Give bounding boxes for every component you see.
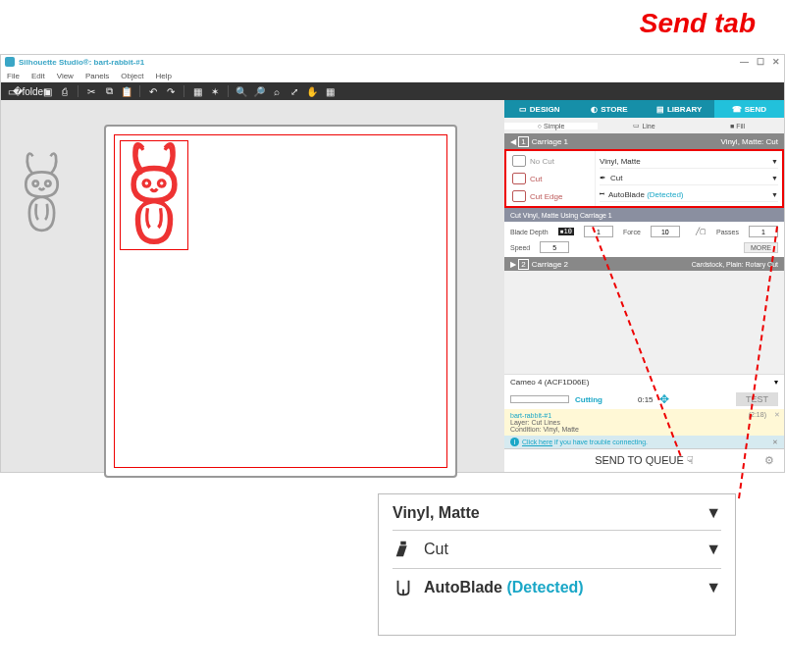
subtab-line[interactable]: ▭ Line — [598, 122, 691, 129]
app-window: Silhouette Studio®: bart-rabbit-#1 — ☐ ✕… — [0, 54, 785, 473]
gear-icon[interactable]: ⚙ — [764, 454, 774, 467]
pan-icon[interactable]: ✋ — [305, 84, 319, 98]
speed-input[interactable] — [540, 241, 569, 253]
blade-icon — [392, 577, 414, 598]
device-row: Cameo 4 (ACF1D06E) ▾ — [504, 374, 784, 389]
tab-design[interactable]: ▭ DESIGN — [504, 100, 574, 118]
passes-input[interactable] — [749, 226, 778, 237]
callout-material-dropdown[interactable]: Vinyl, Matte ▼ — [392, 504, 721, 531]
test-button[interactable]: TEST — [736, 392, 778, 406]
title-text: Silhouette Studio®: bart-rabbit-#1 — [19, 58, 144, 67]
blade-icon: ⎶ — [600, 190, 604, 199]
passes-label: Passes — [716, 229, 739, 235]
close-icon[interactable]: ✕ — [772, 439, 778, 446]
option-cut-edge[interactable]: Cut Edge — [512, 190, 589, 202]
toolbar: ▭ �folder ▣ ⎙ ✂ ⧉ 📋 ↶ ↷ ▦ ✶ 🔍 🔎 ⌕ ⤢ ✋ ▦ — [1, 82, 784, 100]
save-icon[interactable]: ▣ — [40, 84, 54, 98]
annotation-send-tab: Send tab — [640, 8, 756, 39]
help-row[interactable]: i Click here if you have trouble connect… — [504, 436, 784, 448]
zoom-fit-icon[interactable]: ⤢ — [288, 84, 301, 98]
chevron-down-icon: ▼ — [771, 191, 778, 198]
app-icon — [5, 57, 15, 67]
chevron-down-icon[interactable]: ▾ — [774, 378, 778, 387]
design-thumbnail[interactable] — [15, 149, 69, 237]
speed-label: Speed — [510, 244, 530, 251]
subtab-simple[interactable]: ○ Simple — [504, 123, 598, 129]
carriage-arrow-icon: ▶ — [510, 260, 516, 269]
chevron-down-icon: ▼ — [771, 175, 778, 181]
job-info-panel: ✕ bart-rabbit-#1 (2:18) Layer: Cut Lines… — [504, 409, 784, 436]
title-bar: Silhouette Studio®: bart-rabbit-#1 — ☐ ✕ — [1, 55, 784, 69]
grid-icon[interactable]: ▦ — [323, 84, 337, 98]
zoom-in-icon[interactable]: 🔍 — [235, 84, 248, 98]
chevron-down-icon: ▼ — [771, 158, 778, 165]
close-icon[interactable]: ✕ — [774, 411, 780, 419]
option-no-cut[interactable]: No Cut — [512, 155, 589, 167]
chevron-down-icon: ▼ — [706, 504, 721, 522]
subtab-fill[interactable]: ■ Fill — [691, 123, 784, 129]
force-label: Force — [623, 229, 641, 235]
open-file-icon[interactable]: �folder — [23, 84, 36, 98]
info-icon: i — [510, 438, 519, 446]
zoom-out-icon[interactable]: 🔎 — [252, 84, 266, 98]
window-close-button[interactable]: ✕ — [772, 57, 780, 67]
selection-box[interactable] — [120, 140, 188, 250]
chevron-down-icon: ▼ — [706, 541, 721, 558]
cut-params: Blade Depth ▪10 Force ╱▢ Passes Speed MO… — [504, 222, 784, 257]
no-cut-icon — [512, 155, 526, 167]
carriage-1-header[interactable]: ◀ 1 Carriage 1 Vinyl, Matte: Cut — [504, 133, 784, 149]
canvas-area[interactable] — [1, 100, 504, 472]
material-dropdown[interactable]: Vinyl, Matte▼ — [600, 155, 778, 169]
carriage-arrow-icon: ◀ — [510, 137, 516, 146]
menu-file[interactable]: File — [7, 72, 20, 80]
menu-panels[interactable]: Panels — [85, 72, 109, 80]
undo-icon[interactable]: ↶ — [146, 84, 160, 98]
menu-help[interactable]: Help — [155, 72, 171, 80]
tool-dropdown[interactable]: ⎶ AutoBlade (Detected) ▼ — [600, 188, 778, 202]
select-all-icon[interactable]: ✶ — [208, 84, 222, 98]
cut-edge-icon — [512, 190, 526, 202]
line-segment-icon[interactable]: ╱▢ — [696, 228, 706, 235]
tab-store[interactable]: ◐ STORE — [574, 100, 644, 118]
pen-icon: ✒ — [600, 174, 606, 182]
zoom-select-icon[interactable]: ⌕ — [270, 84, 284, 98]
window-max-button[interactable]: ☐ — [757, 57, 764, 67]
action-dropdown[interactable]: ✒Cut▼ — [600, 172, 778, 185]
cut-settings-box: No Cut Cut Cut Edge Vinyl, Matte▼ ✒Cut▼ … — [504, 149, 784, 208]
menu-bar[interactable]: File Edit View Panels Object Help — [1, 69, 784, 82]
redo-icon[interactable]: ↷ — [164, 84, 178, 98]
cut-icon — [512, 173, 526, 184]
blade-depth-label: Blade Depth — [510, 229, 549, 235]
pen-icon — [392, 539, 414, 560]
print-icon[interactable]: ⎙ — [58, 84, 72, 98]
menu-view[interactable]: View — [57, 72, 74, 80]
tab-send[interactable]: ☎ SEND — [714, 100, 784, 118]
callout-tool-dropdown[interactable]: AutoBlade (Detected) ▼ — [392, 577, 721, 598]
option-cut[interactable]: Cut — [512, 173, 589, 184]
carriage-2-header[interactable]: ▶ 2 Carriage 2 Cardstock, Plain: Rotary … — [504, 257, 784, 271]
progress-row: Cutting 0:15 ✥ TEST — [504, 389, 784, 409]
window-min-button[interactable]: — — [740, 57, 749, 67]
chevron-down-icon: ▼ — [706, 579, 721, 596]
callout-zoom-box: Vinyl, Matte ▼ Cut ▼ AutoBlade (Detected… — [378, 493, 736, 636]
send-panel: ▭ DESIGN ◐ STORE ▤ LIBRARY ☎ SEND ○ Simp… — [504, 100, 784, 472]
device-thumb-icon — [510, 395, 569, 403]
select-icon[interactable]: ▦ — [190, 84, 204, 98]
menu-edit[interactable]: Edit — [31, 72, 45, 80]
blade-depth-input[interactable] — [584, 226, 613, 237]
force-input[interactable] — [651, 226, 680, 237]
svg-rect-0 — [400, 542, 406, 545]
copy-icon[interactable]: ⧉ — [102, 84, 116, 98]
cutting-mat[interactable] — [104, 125, 457, 478]
callout-action-dropdown[interactable]: Cut ▼ — [392, 539, 721, 569]
cut-icon[interactable]: ✂ — [84, 84, 98, 98]
paste-icon[interactable]: 📋 — [120, 84, 133, 98]
menu-object[interactable]: Object — [121, 72, 143, 80]
params-header: Cut Vinyl, Matte Using Carriage 1 — [504, 208, 784, 222]
tab-library[interactable]: ▤ LIBRARY — [645, 100, 714, 118]
pointer-icon: ☟ — [687, 454, 694, 466]
